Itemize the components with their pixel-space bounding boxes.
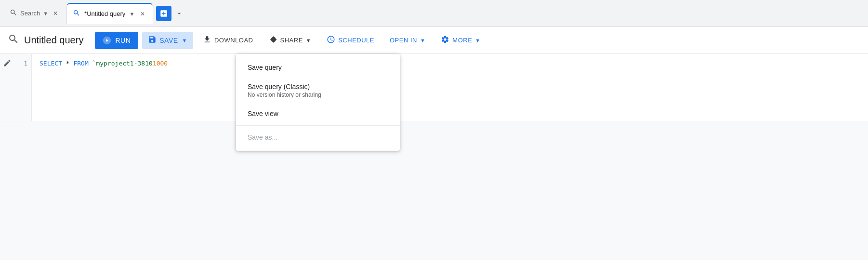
save-dropdown-icon: ▼: [182, 38, 187, 43]
save-dropdown-menu: Save query Save query (Classic) No versi…: [236, 54, 400, 121]
download-icon: [203, 35, 211, 45]
schedule-icon: [327, 35, 335, 45]
menu-item-save-query[interactable]: Save query: [236, 58, 400, 77]
run-label: RUN: [115, 37, 131, 44]
keyword-from: FROM: [73, 60, 88, 67]
line-numbers: 1: [14, 54, 32, 121]
query-tab-label: *Untitled query: [84, 10, 125, 17]
schedule-label: SCHEDULE: [338, 37, 374, 44]
toolbar: Untitled query RUN SAVE ▼ DOWNLOAD SHARE…: [0, 27, 868, 54]
more-label: MORE: [452, 37, 472, 44]
query-tab-icon: [73, 9, 80, 18]
pencil-icon: [3, 59, 12, 69]
share-label: SHARE: [280, 37, 303, 44]
open-in-button[interactable]: OPEN IN ▼: [384, 32, 431, 49]
save-query-classic-label: Save query (Classic): [248, 83, 388, 91]
download-button[interactable]: DOWNLOAD: [197, 32, 259, 49]
menu-item-save-view[interactable]: Save view: [236, 104, 400, 121]
save-view-label: Save view: [248, 110, 278, 117]
keyword-select: SELECT: [39, 60, 62, 67]
search-icon: [10, 9, 17, 18]
more-button[interactable]: MORE ▼: [435, 32, 486, 49]
open-in-dropdown-icon: ▼: [420, 38, 425, 43]
tab-bar: Search ▼ ✕ *Untitled query ▼ ✕: [0, 0, 868, 27]
query-title-area: Untitled query: [8, 33, 83, 48]
download-label: DOWNLOAD: [214, 37, 253, 44]
menu-item-save-query-classic[interactable]: Save query (Classic) No version history …: [236, 77, 400, 104]
settings-icon: [441, 35, 449, 45]
code-editor[interactable]: SELECT * FROM `myproject1-38101000: [32, 54, 868, 121]
save-query-classic-subtitle: No version history or sharing: [248, 91, 388, 98]
query-tab-close[interactable]: ✕: [138, 10, 147, 18]
save-icon: [148, 35, 157, 45]
new-tab-button[interactable]: [156, 6, 171, 21]
query-title-icon: [8, 33, 19, 48]
search-tab-close[interactable]: ✕: [51, 9, 60, 18]
share-dropdown-icon: ▼: [306, 38, 311, 43]
schedule-button[interactable]: SCHEDULE: [321, 32, 380, 49]
search-tab-label: Search: [20, 10, 40, 17]
share-icon: [269, 35, 277, 45]
tab-query[interactable]: *Untitled query ▼ ✕: [66, 3, 153, 24]
page-title: Untitled query: [24, 35, 83, 46]
query-tab-dropdown-icon: ▼: [129, 11, 134, 17]
share-button[interactable]: SHARE ▼: [263, 32, 317, 49]
save-query-label: Save query: [248, 64, 282, 71]
tab-search[interactable]: Search ▼ ✕: [4, 5, 66, 22]
edit-icon-area: [0, 54, 14, 121]
run-button[interactable]: RUN: [95, 32, 138, 49]
more-tabs-button[interactable]: [172, 7, 186, 20]
save-label: SAVE: [159, 37, 178, 44]
code-table: `myproject1-3810: [92, 60, 153, 67]
code-limit: 1000: [153, 60, 168, 67]
code-star: *: [66, 60, 70, 67]
editor-area: 1 SELECT * FROM `myproject1-38101000: [0, 54, 868, 121]
play-icon: [103, 36, 111, 45]
search-tab-dropdown-icon: ▼: [43, 11, 48, 16]
save-button[interactable]: SAVE ▼: [142, 32, 193, 49]
open-in-label: OPEN IN: [390, 37, 417, 44]
more-dropdown-icon: ▼: [475, 38, 480, 43]
